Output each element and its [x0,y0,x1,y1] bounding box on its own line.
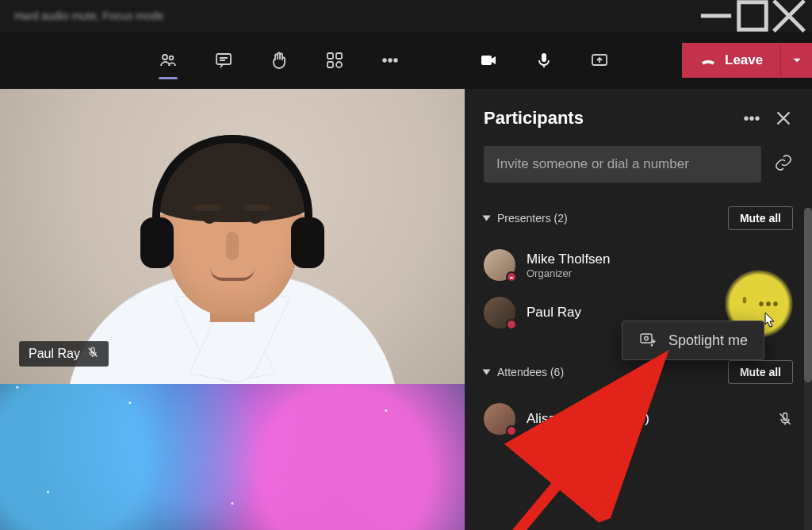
panel-header: Participants ••• [484,108,793,129]
leave-button-group: Leave [682,43,812,78]
window-close-button[interactable] [771,0,807,32]
participant-video-feed [90,132,375,384]
raise-hand-button[interactable] [270,49,289,71]
window-minimize-button[interactable] [698,0,734,32]
svg-point-9 [389,59,392,62]
camera-button[interactable] [479,49,498,71]
svg-point-10 [394,59,397,62]
leave-options-button[interactable] [780,43,812,78]
participant-name: Mike Tholfsen [527,252,611,267]
svg-rect-3 [216,54,231,64]
video-tile-paul-ray[interactable]: Paul Ray [0,89,465,384]
presence-busy-icon [506,319,517,330]
svg-line-19 [476,367,692,530]
presenters-label: Presenters (2) [497,212,568,225]
video-nameplate: Paul Ray [19,341,109,367]
call-toolbar: Leave [0,32,812,89]
svg-point-8 [383,59,386,62]
svg-rect-0 [739,2,767,30]
copy-link-button[interactable] [774,153,793,175]
mute-all-presenters-button[interactable]: Mute all [728,206,793,230]
participants-panel: Participants ••• Presenters (2) Mute all [465,89,812,530]
invite-row [484,146,793,182]
svg-rect-12 [542,53,546,62]
video-tile-secondary[interactable] [0,384,465,530]
video-name-label: Paul Ray [29,347,80,361]
chat-button[interactable] [214,49,233,71]
window-maximize-button[interactable] [734,0,771,32]
chevron-down-icon [791,55,802,66]
hangup-icon [699,52,717,69]
scrollbar-thumb[interactable] [804,208,812,382]
invite-input[interactable] [484,146,761,182]
panel-close-button[interactable] [774,109,793,128]
chevron-down-icon [483,216,491,221]
chevron-down-icon [483,370,491,375]
svg-rect-6 [327,62,333,67]
presenters-header[interactable]: Presenters (2) Mute all [484,206,793,230]
svg-rect-11 [481,56,492,65]
svg-rect-5 [336,53,342,59]
people-button[interactable] [159,49,178,71]
avatar [484,297,515,328]
panel-title: Participants [484,108,730,129]
leave-label: Leave [725,52,763,68]
presence-dnd-icon [506,271,517,282]
window-title: Hard audio mute, Focus mode [5,10,698,22]
microphone-button[interactable] [534,49,553,71]
meeting-content: Paul Ray Participants ••• [0,89,812,530]
share-screen-button[interactable] [590,49,609,71]
panel-more-button[interactable]: ••• [742,109,761,128]
participant-role: Organizer [527,267,611,279]
more-actions-button[interactable] [381,49,400,71]
svg-point-1 [163,55,167,60]
svg-point-7 [336,62,342,67]
video-grid: Paul Ray [0,89,465,530]
avatar [484,249,515,281]
svg-point-2 [170,56,174,60]
mic-muted-icon [86,346,99,362]
svg-rect-4 [327,53,333,59]
breakout-rooms-button[interactable] [325,49,344,71]
leave-call-button[interactable]: Leave [682,43,780,78]
window-titlebar: Hard audio mute, Focus mode [0,0,812,32]
participant-name: Paul Ray [527,305,581,321]
